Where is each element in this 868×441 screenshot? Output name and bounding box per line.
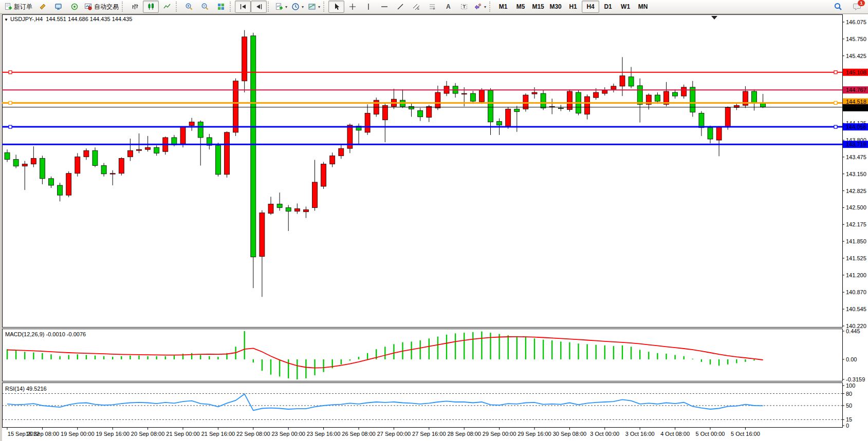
periods-button[interactable]: ▾ [289, 1, 306, 13]
chart-canvas[interactable]: 146.075145.750145.425145.100144.775144.4… [0, 14, 868, 441]
chevron-down-icon[interactable]: ▾ [318, 5, 320, 9]
svg-text:142.825: 142.825 [846, 188, 866, 194]
hline-icon [380, 3, 389, 11]
svg-text:A: A [446, 3, 451, 10]
templates-button[interactable]: ▾ [306, 1, 322, 13]
tf-m1-button[interactable]: M1 [494, 1, 512, 13]
chart-shift-button[interactable] [251, 1, 267, 13]
svg-text:28 Sep 08:00: 28 Sep 08:00 [447, 431, 481, 437]
svg-text:15: 15 [846, 416, 852, 423]
collapse-triangle-icon[interactable]: ▼ [4, 17, 8, 22]
new-order-icon [4, 3, 12, 11]
indicator-icon [275, 3, 283, 11]
zoom-in-button[interactable] [181, 1, 197, 13]
svg-text:144.056: 144.056 [846, 124, 866, 130]
svg-text:19 Sep 00:00: 19 Sep 00:00 [61, 431, 94, 437]
navigator-button[interactable] [50, 1, 66, 13]
svg-text:50: 50 [846, 402, 852, 409]
shapes-button[interactable]: ▾ [472, 1, 488, 13]
line-handle[interactable] [9, 125, 12, 128]
svg-text:19 Sep 16:00: 19 Sep 16:00 [96, 431, 129, 437]
trendline-button[interactable] [392, 1, 408, 13]
textA-icon: A [444, 3, 452, 11]
tf-m5-button[interactable]: M5 [512, 1, 529, 13]
crosshair-button[interactable] [344, 1, 360, 13]
tf-w1-button-label: W1 [621, 3, 630, 10]
tf-h1-button[interactable]: H1 [564, 1, 582, 13]
svg-text:146.075: 146.075 [846, 19, 866, 25]
svg-text:27 Sep 00:00: 27 Sep 00:00 [377, 431, 411, 437]
svg-text:145.108: 145.108 [846, 69, 866, 75]
monitor-icon [54, 3, 63, 11]
line-handle[interactable] [9, 71, 12, 74]
tf-m30-button-label: M30 [549, 3, 561, 10]
tf-w1-button[interactable]: W1 [617, 1, 634, 13]
tf-mn-button-label: MN [638, 3, 648, 10]
svg-text:140.545: 140.545 [846, 306, 866, 312]
trendline-icon [396, 3, 404, 11]
vertical-line-button[interactable] [360, 1, 376, 13]
fibonacci-button[interactable]: F [424, 1, 440, 13]
alerts-button[interactable] [34, 1, 50, 13]
svg-text:141.200: 141.200 [846, 272, 866, 278]
svg-text:20 Sep 08:00: 20 Sep 08:00 [131, 431, 164, 437]
tf-d1-button[interactable]: D1 [599, 1, 617, 13]
tile-windows-button[interactable] [213, 1, 229, 13]
notifications-button[interactable]: 1 [849, 1, 865, 13]
new-order-button[interactable]: 新订单 [2, 1, 34, 13]
panel-frames [3, 15, 843, 428]
autotrading-button[interactable]: 自动交易 [82, 1, 121, 13]
svg-text:142.175: 142.175 [846, 221, 866, 227]
svg-text:144.767: 144.767 [846, 87, 866, 93]
svg-text:29 Sep 16:00: 29 Sep 16:00 [518, 431, 551, 437]
horizontal-line-button[interactable] [376, 1, 392, 13]
tile-icon [217, 3, 225, 11]
chart-window[interactable]: 146.075145.750145.425145.100144.775144.4… [0, 14, 868, 441]
svg-text:5 Oct 00:00: 5 Oct 00:00 [696, 431, 725, 437]
tf-m15-button-label: M15 [532, 3, 544, 10]
tf-m30-button[interactable]: M30 [547, 1, 564, 13]
label-button[interactable]: T [456, 1, 472, 13]
chart-title[interactable]: ▼USDJPY-,H4 144.551 144.686 144.435 144.… [4, 16, 132, 22]
autotrade-icon [84, 3, 93, 11]
notification-count-badge: 1 [858, 0, 864, 6]
cursor-icon [333, 3, 341, 11]
line-chart-button[interactable] [159, 1, 175, 13]
rsi-indicator-label: RSI(14) 49.5216 [5, 386, 47, 392]
auto-scroll-button[interactable] [235, 1, 251, 13]
candle-chart-button[interactable] [143, 1, 159, 13]
svg-text:F: F [433, 7, 435, 10]
clock-icon [291, 3, 300, 11]
svg-text:144.518: 144.518 [846, 99, 866, 105]
chartshift-icon [255, 3, 263, 11]
line-handle[interactable] [9, 101, 12, 104]
line-handle[interactable] [834, 71, 837, 74]
svg-text:E: E [417, 7, 419, 10]
terminal-button[interactable] [66, 1, 82, 13]
bar-chart-button[interactable] [127, 1, 143, 13]
chevron-down-icon[interactable]: ▾ [484, 5, 486, 9]
chevron-down-icon[interactable]: ▾ [285, 5, 287, 9]
svg-text:-0.3159: -0.3159 [846, 376, 865, 382]
channel-button[interactable]: E [408, 1, 424, 13]
text-button[interactable]: A [440, 1, 456, 13]
tf-h1-button-label: H1 [569, 3, 577, 10]
macd-indicator-label: MACD(12,26,9) -0.0010 -0.0076 [5, 331, 86, 337]
line-handle[interactable] [834, 101, 837, 104]
svg-text:145.750: 145.750 [846, 36, 866, 42]
tf-m15-button[interactable]: M15 [529, 1, 547, 13]
candles-icon [147, 3, 155, 11]
labelT-icon: T [460, 3, 468, 11]
chevron-down-icon[interactable]: ▾ [302, 5, 304, 9]
toolbar-separator [230, 2, 233, 12]
indicators-button[interactable]: ▾ [273, 1, 289, 13]
toolbar-separator [489, 2, 492, 12]
zoom-out-button[interactable] [197, 1, 213, 13]
tf-h4-button[interactable]: H4 [582, 1, 599, 13]
tf-mn-button[interactable]: MN [634, 1, 652, 13]
search-button[interactable] [830, 1, 846, 13]
line-handle[interactable] [834, 125, 837, 128]
new-order-button-label: 新订单 [14, 3, 32, 11]
cursor-button[interactable] [328, 1, 344, 13]
svg-text:143.150: 143.150 [846, 171, 866, 177]
